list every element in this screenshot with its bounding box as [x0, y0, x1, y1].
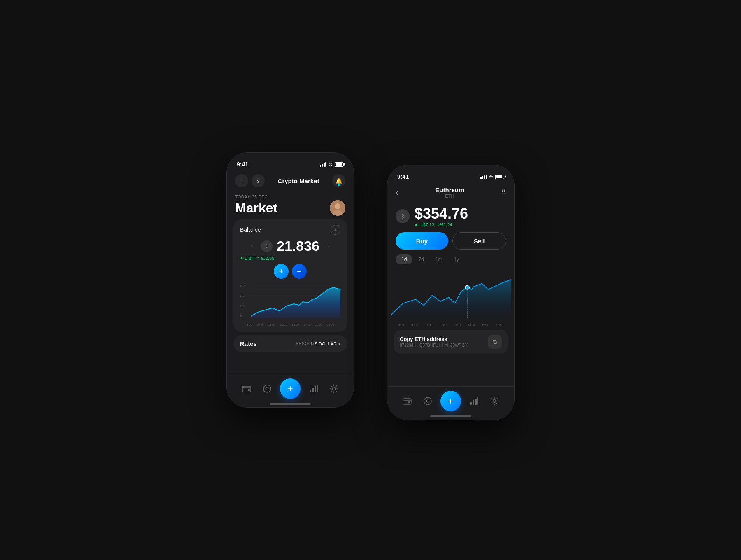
svg-text:$50: $50 — [240, 294, 244, 297]
prev-arrow[interactable]: ‹ — [251, 242, 253, 249]
svg-rect-30 — [477, 397, 478, 405]
time-filter-7d[interactable]: 7d — [412, 254, 429, 264]
balance-card-header: Balance + — [240, 225, 340, 235]
balance-nav: ‹ ₿ 21.836 › — [240, 235, 340, 256]
nav-wallet-1[interactable] — [239, 381, 254, 396]
eth-change-amount: +$7.12 — [420, 222, 434, 227]
nav-exchange-2[interactable] — [420, 394, 435, 408]
svg-point-31 — [493, 400, 496, 403]
time-filter-1m[interactable]: 1m — [430, 254, 448, 264]
svg-rect-28 — [473, 400, 474, 405]
status-time-1: 9:41 — [237, 161, 248, 168]
nav-wallet-2[interactable] — [400, 394, 415, 408]
eth-change-percent: +%1,24 — [437, 222, 452, 227]
status-time-2: 9:41 — [397, 173, 409, 180]
nav-settings-2[interactable] — [487, 394, 502, 408]
time-filter-1y[interactable]: 1y — [448, 254, 465, 264]
subtract-button[interactable]: − — [292, 264, 307, 279]
price-filter[interactable]: PRICE US DOLLAR ▾ — [296, 341, 340, 346]
status-bar-2: 9:41 ⊜ — [387, 165, 514, 183]
status-icons-2: ⊜ — [480, 174, 505, 180]
svg-rect-27 — [470, 402, 472, 405]
signal-icon-1 — [320, 162, 327, 167]
bottom-nav-1: $ + — [227, 374, 354, 407]
eth-price-details: $354.76 +$7.12 +%1,24 — [415, 205, 468, 227]
bottom-nav-2: + — [387, 386, 514, 420]
signal-icon-2 — [480, 175, 487, 179]
wifi-icon-2: ⊜ — [489, 174, 493, 180]
bell-notification-dot — [338, 183, 340, 186]
phones-container: 9:41 ⊜ ≡ ⧖ Crypto Market — [226, 140, 515, 420]
market-date: TODAY, 26 DEC — [235, 195, 345, 199]
eth-nav-title: Euthreum ETH — [435, 187, 464, 198]
svg-rect-17 — [312, 388, 314, 392]
nav-add-button-1[interactable]: + — [280, 378, 301, 399]
svg-rect-24 — [408, 401, 410, 403]
svg-rect-16 — [310, 390, 311, 392]
user-avatar[interactable] — [330, 200, 345, 216]
svg-point-25 — [424, 397, 431, 405]
svg-point-20 — [333, 387, 336, 390]
rates-title: Rates — [240, 340, 257, 347]
chart-x-labels: 9:00 10:00 11:00 12:00 13:00 14:00 15:00… — [240, 322, 340, 326]
chevron-down-icon: ▾ — [338, 342, 340, 346]
copy-address-hash: 871234HHQ87DHFUHHYH39WRGY — [400, 343, 468, 348]
balance-controls: + − — [240, 264, 340, 279]
time-filter-1d[interactable]: 1d — [396, 254, 412, 264]
add-balance-button[interactable]: + — [331, 225, 340, 235]
nav-exchange-1[interactable]: $ — [260, 381, 275, 396]
svg-rect-18 — [315, 386, 316, 392]
wifi-icon-1: ⊜ — [329, 161, 333, 167]
back-button[interactable]: ‹ — [396, 188, 398, 197]
svg-text:$5: $5 — [240, 315, 243, 318]
copy-button[interactable]: ⧉ — [488, 335, 502, 349]
eth-symbol: ETH — [435, 194, 464, 198]
eth-nav: ‹ Euthreum ETH ⠿ — [387, 183, 514, 202]
balance-chart: $100 $50 $25 $5 — [240, 281, 340, 322]
market-header: TODAY, 26 DEC Market — [227, 191, 354, 219]
balance-card: Balance + ‹ ₿ 21.836 › 1 BIT = $32,35 + … — [233, 219, 347, 332]
nav-add-button-2[interactable]: + — [440, 391, 461, 411]
svg-rect-29 — [475, 399, 477, 405]
next-arrow[interactable]: › — [328, 242, 330, 249]
eth-name: Euthreum — [435, 187, 464, 194]
nav-settings-1[interactable] — [326, 381, 341, 396]
copy-address-label: Copy ETH address — [400, 336, 468, 342]
svg-rect-12 — [248, 389, 250, 391]
grid-icon[interactable]: ⠿ — [501, 189, 506, 196]
eth-price: $354.76 — [415, 205, 468, 222]
rates-header: Rates PRICE US DOLLAR ▾ — [240, 340, 340, 347]
add-button[interactable]: + — [274, 264, 289, 279]
nav-bar-1: ≡ ⧖ Crypto Market 🔔 — [227, 171, 354, 191]
balance-amount: 21.836 — [277, 238, 319, 254]
nav-market-2[interactable] — [467, 394, 482, 408]
filter-button[interactable]: ⧖ — [252, 174, 265, 187]
svg-point-26 — [426, 400, 429, 402]
svg-rect-19 — [317, 385, 318, 392]
filter-icon: ⧖ — [256, 178, 260, 184]
balance-rate: 1 BIT = $32,35 — [240, 256, 340, 261]
menu-button[interactable]: ≡ — [235, 174, 248, 187]
buy-button[interactable]: Buy — [396, 232, 448, 250]
price-currency: US DOLLAR — [311, 341, 337, 346]
bell-button[interactable]: 🔔 — [332, 174, 345, 187]
battery-icon-2 — [495, 175, 504, 179]
sell-button[interactable]: Sell — [452, 232, 506, 250]
copy-address-section: Copy ETH address 871234HHQ87DHFUHHYH39WR… — [394, 330, 508, 354]
price-up-icon — [415, 224, 418, 226]
eth-chart-x-labels: 9:00 10:00 11:00 12:00 13:00 14:00 15:00… — [391, 323, 511, 327]
home-indicator-2 — [430, 415, 471, 417]
balance-amount-row: ₿ 21.836 — [261, 238, 319, 254]
nav-market-1[interactable] — [306, 381, 321, 396]
home-indicator-1 — [270, 403, 311, 405]
status-bar-1: 9:41 ⊜ — [227, 153, 354, 171]
eth-btc-icon: ₿ — [396, 209, 410, 223]
time-filter: 1d 7d 1m 1y — [387, 254, 514, 264]
market-title-row: Market — [235, 200, 345, 216]
svg-point-21 — [465, 285, 469, 289]
nav-title-1: Crypto Market — [278, 177, 319, 184]
svg-point-1 — [335, 203, 340, 209]
trade-buttons: Buy Sell — [387, 232, 514, 250]
status-icons-1: ⊜ — [320, 161, 344, 167]
eth-change: +$7.12 +%1,24 — [415, 222, 468, 227]
